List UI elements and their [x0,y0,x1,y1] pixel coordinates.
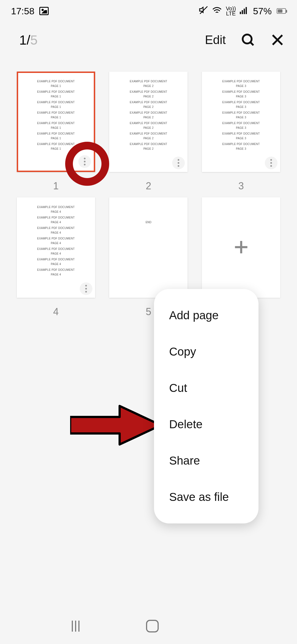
page-number-label: 1 [53,180,59,192]
svg-rect-2 [244,9,245,14]
svg-rect-1 [242,10,243,14]
wifi-icon [212,6,222,17]
menu-add-page[interactable]: Add page [154,297,258,334]
page-more-button[interactable] [172,157,185,169]
page-number-label: 4 [53,306,59,318]
status-time: 17:58 [11,6,34,17]
screenshot-indicator-icon [39,7,49,15]
system-nav-bar [0,608,297,644]
close-icon[interactable] [270,33,285,47]
svg-point-4 [243,35,252,44]
nav-recents-button[interactable] [72,621,79,632]
menu-share[interactable]: Share [154,443,258,479]
page-thumb[interactable]: EXAMPLE PDF DOCUMENTPAGE 2 EXAMPLE PDF D… [109,72,188,192]
search-icon[interactable] [241,33,255,47]
current-page: 1 [19,33,27,47]
thumb-content: EXAMPLE PDF DOCUMENTPAGE 3 EXAMPLE PDF D… [202,80,280,150]
page-number-label: 2 [146,180,151,192]
thumb-content: EXAMPLE PDF DOCUMENTPAGE 1 EXAMPLE PDF D… [18,80,94,150]
mute-icon [199,5,208,17]
more-vertical-icon [178,159,179,167]
menu-save-as-file[interactable]: Save as file [154,479,258,515]
volte-indicator: Vo)) LTE [226,6,236,16]
page-more-button[interactable] [78,155,91,168]
page-number-label: 5 [146,306,151,318]
more-vertical-icon [85,285,87,293]
svg-rect-3 [246,7,247,14]
page-thumb[interactable]: EXAMPLE PDF DOCUMENTPAGE 3 EXAMPLE PDF D… [202,72,280,192]
status-bar: 17:58 Vo)) LTE 57% [0,0,297,22]
menu-cut[interactable]: Cut [154,370,258,406]
page-thumb[interactable]: EXAMPLE PDF DOCUMENTPAGE 4 EXAMPLE PDF D… [16,197,95,318]
page-grid: EXAMPLE PDF DOCUMENTPAGE 1 EXAMPLE PDF D… [0,58,297,318]
battery-percent: 57% [253,6,272,17]
thumb-content: EXAMPLE PDF DOCUMENTPAGE 4 EXAMPLE PDF D… [17,206,95,276]
menu-copy[interactable]: Copy [154,334,258,370]
thumb-content: END [109,206,188,224]
battery-icon [277,8,286,14]
svg-marker-5 [70,406,161,444]
page-counter: 1/5 [19,32,38,48]
menu-delete[interactable]: Delete [154,406,258,443]
thumb-content: EXAMPLE PDF DOCUMENTPAGE 2 EXAMPLE PDF D… [109,80,188,150]
app-header: 1/5 Edit [0,22,297,58]
total-pages: 5 [30,33,38,47]
page-number-label: 3 [238,180,244,192]
page-more-button[interactable] [265,157,277,169]
page-thumb[interactable]: EXAMPLE PDF DOCUMENTPAGE 1 EXAMPLE PDF D… [16,72,95,192]
page-sep: / [27,33,30,47]
edit-button[interactable]: Edit [205,33,226,47]
page-more-button[interactable] [80,282,92,295]
more-vertical-icon [84,158,86,165]
nav-home-button[interactable] [146,620,159,632]
annotation-arrow [70,402,164,450]
svg-rect-0 [240,12,241,14]
signal-icon [240,6,249,17]
plus-icon [233,239,249,256]
context-menu: Add page Copy Cut Delete Share Save as f… [154,289,258,523]
more-vertical-icon [270,159,272,167]
